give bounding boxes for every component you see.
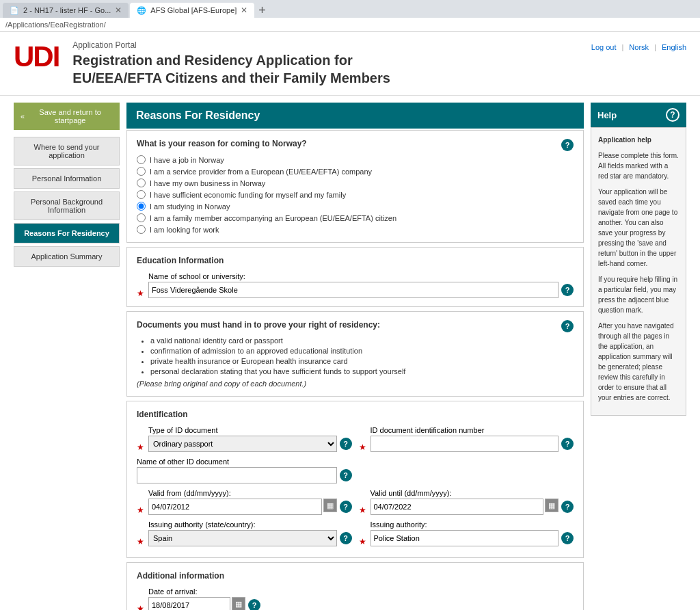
valid-until-label: Valid until (dd/mm/yyyy): <box>371 489 559 497</box>
norsk-link[interactable]: Norsk <box>629 43 649 51</box>
reason-economic-radio[interactable] <box>137 190 146 199</box>
main-form: Reasons For Residency What is your reaso… <box>126 103 584 610</box>
main-title: Registration and Residency Application f… <box>72 51 591 87</box>
sidebar: « Save and return to startpage Where to … <box>14 103 120 610</box>
issuing-auth-label: Issuing authority: <box>371 520 559 529</box>
section-title: Reasons For Residency <box>126 103 584 129</box>
identification-title: Identification <box>137 410 574 419</box>
id-type-required: ★ <box>137 442 144 452</box>
id-type-label: Type of ID document <box>148 426 337 434</box>
reason-options: I have a job in Norway I am a service pr… <box>137 155 557 234</box>
help-content: Application help Please complete this fo… <box>591 127 686 416</box>
reason-economic[interactable]: I have sufficient economic funding for m… <box>137 190 557 199</box>
valid-from-help-button[interactable]: ? <box>340 501 352 513</box>
education-section: Education Information ★ Name of school o… <box>126 247 584 307</box>
help-content-1: Please complete this form. All fields ma… <box>598 150 679 181</box>
documents-help-button[interactable]: ? <box>561 320 574 332</box>
reason-service-radio[interactable] <box>137 167 146 176</box>
school-label: Name of school or university: <box>148 272 558 280</box>
help-icon[interactable]: ? <box>666 108 679 122</box>
help-header: Help ? <box>591 103 686 127</box>
reason-family[interactable]: I am a family member accompanying an Eur… <box>137 213 557 222</box>
id-number-label: ID document identification number <box>371 426 559 434</box>
tab2-label: AFS Global [AFS-Europe] <box>150 6 237 14</box>
school-help-button[interactable]: ? <box>561 284 574 296</box>
sidebar-item-where-to-send[interactable]: Where to send your application <box>14 137 120 165</box>
tab1-label: 2 - NH17 - lister HF - Go... <box>23 6 111 14</box>
save-return-button[interactable]: « Save and return to startpage <box>14 103 120 130</box>
id-number-input[interactable] <box>371 436 559 452</box>
id-number-help-button[interactable]: ? <box>561 438 574 450</box>
valid-from-required: ★ <box>137 505 144 515</box>
valid-until-input[interactable] <box>371 499 544 515</box>
reason-family-radio[interactable] <box>137 213 146 222</box>
valid-from-label: Valid from (dd/mm/yyyy): <box>148 489 337 497</box>
sidebar-item-reasons[interactable]: Reasons For Residency <box>14 223 120 243</box>
other-id-input[interactable] <box>137 467 337 483</box>
page-header: UDI Application Portal Registration and … <box>0 32 700 96</box>
reason-looking[interactable]: I am looking for work <box>137 225 557 234</box>
valid-until-required: ★ <box>359 505 366 515</box>
arrival-calendar-button[interactable]: ▦ <box>232 597 245 610</box>
address-bar[interactable]: /Applications/EeaRegistration/ <box>0 18 700 32</box>
issuing-auth-required: ★ <box>359 537 366 546</box>
arrow-left-icon: « <box>21 112 25 120</box>
reason-job-radio[interactable] <box>137 155 146 164</box>
other-id-label: Name of other ID document <box>137 458 337 466</box>
issuing-state-select[interactable]: Spain Norway Sweden Germany <box>148 530 337 546</box>
browser-tab-bar: 📄 2 - NH17 - lister HF - Go... ✕ 🌐 AFS G… <box>0 0 700 18</box>
documents-list: a valid national identity card or passpo… <box>137 336 557 388</box>
additional-section: Additional information ★ Date of arrival… <box>126 562 584 610</box>
issuing-state-required: ★ <box>137 537 144 546</box>
english-link[interactable]: English <box>662 43 686 51</box>
header-title-block: Application Portal Registration and Resi… <box>72 40 591 87</box>
issuing-state-help-button[interactable]: ? <box>340 532 352 544</box>
browser-tab-2[interactable]: 🌐 AFS Global [AFS-Europe] ✕ <box>130 3 254 18</box>
sidebar-item-personal-background[interactable]: Personal Background Information <box>14 191 120 220</box>
valid-from-calendar-button[interactable]: ▦ <box>323 499 337 512</box>
issuing-auth-help-button[interactable]: ? <box>561 532 574 544</box>
help-content-title: Application help <box>598 135 679 145</box>
valid-from-input[interactable] <box>148 499 322 515</box>
logout-link[interactable]: Log out <box>591 43 617 51</box>
valid-until-help-button[interactable]: ? <box>561 501 574 513</box>
help-title: Help <box>597 110 617 120</box>
additional-title: Additional information <box>137 571 574 581</box>
reason-job[interactable]: I have a job in Norway <box>137 155 557 164</box>
help-panel: Help ? Application help Please complete … <box>591 103 686 610</box>
help-content-2: Your application will be saved each time… <box>598 187 679 269</box>
issuing-auth-input[interactable] <box>371 530 559 546</box>
tab2-close[interactable]: ✕ <box>241 5 247 15</box>
reason-business-radio[interactable] <box>137 178 146 187</box>
reason-section: What is your reason for coming to Norway… <box>126 130 584 243</box>
arrival-help-button[interactable]: ? <box>248 599 260 610</box>
arrival-required: ★ <box>137 604 144 610</box>
tab1-close[interactable]: ✕ <box>115 5 122 15</box>
identification-section: Identification ★ Type of ID document Ord… <box>126 401 584 558</box>
issuing-state-label: Issuing authority (state/country): <box>148 520 337 529</box>
education-title: Education Information <box>137 256 574 265</box>
reason-business[interactable]: I have my own business in Norway <box>137 178 557 187</box>
arrival-date-input[interactable] <box>148 597 230 610</box>
school-required-star: ★ <box>137 289 144 298</box>
help-content-3: If you require help filling in a particu… <box>598 274 679 315</box>
other-id-help-button[interactable]: ? <box>340 469 352 481</box>
id-type-help-button[interactable]: ? <box>340 438 352 450</box>
reason-studying-radio[interactable] <box>137 202 146 211</box>
new-tab-button[interactable]: + <box>258 3 266 18</box>
reason-help-button[interactable]: ? <box>561 139 574 151</box>
reason-question: What is your reason for coming to Norway… <box>137 139 557 148</box>
documents-section: Documents you must hand in to prove your… <box>126 311 584 397</box>
sidebar-item-personal-info[interactable]: Personal Information <box>14 168 120 189</box>
valid-until-calendar-button[interactable]: ▦ <box>545 499 558 512</box>
id-number-required: ★ <box>359 442 366 452</box>
header-nav: Log out | Norsk | English <box>591 43 686 51</box>
sidebar-item-app-summary[interactable]: Application Summary <box>14 246 120 267</box>
reason-looking-radio[interactable] <box>137 225 146 234</box>
tab2-favicon: 🌐 <box>137 6 146 15</box>
reason-service[interactable]: I am a service provider from a European … <box>137 167 557 176</box>
reason-studying[interactable]: I am studying in Norway <box>137 202 557 211</box>
school-input[interactable] <box>148 282 558 298</box>
browser-tab-1[interactable]: 📄 2 - NH17 - lister HF - Go... ✕ <box>3 3 129 18</box>
id-type-select[interactable]: Ordinary passport National ID card Resid… <box>148 436 337 452</box>
